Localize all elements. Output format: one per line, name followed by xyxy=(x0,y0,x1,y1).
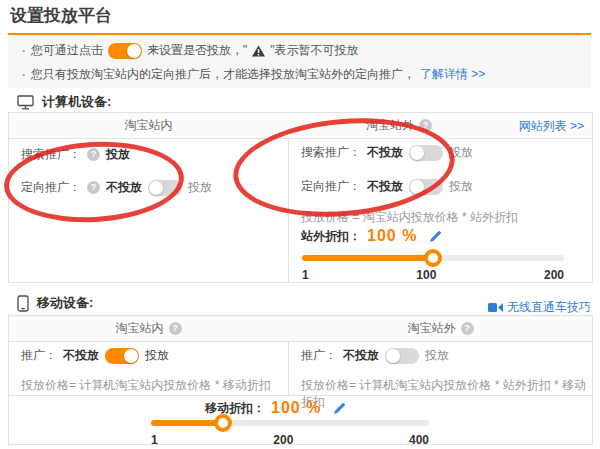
edit-icon[interactable] xyxy=(429,230,442,243)
slider-handle[interactable] xyxy=(424,249,442,267)
computer-table-header: 淘宝站内 淘宝站外 ? 网站列表 >> xyxy=(9,113,592,139)
help-icon[interactable]: ? xyxy=(419,119,432,132)
notice-line1-text-end: "表示暂不可投放 xyxy=(270,42,358,59)
mobile-table: 淘宝站内 ? 淘宝站外 ? 推广： 不投放 投放 投放价格= 计算机淘宝站内投放… xyxy=(8,315,593,445)
toggle-knob xyxy=(127,44,141,58)
onsite-targeted-row: 定向推广： ? 不投放 投放 xyxy=(21,179,212,196)
slider-ticks: 1 200 400 xyxy=(151,433,429,447)
bullet-dot: · xyxy=(22,44,26,58)
placement-toggle-sample[interactable] xyxy=(108,43,142,59)
notice-line-1: · 您可通过点击 来设置是否投放，" "表示暂不可投放 xyxy=(22,42,359,59)
notice-panel: · 您可通过点击 来设置是否投放，" "表示暂不可投放 · 您只有投放淘宝站内的… xyxy=(8,33,591,88)
help-icon[interactable]: ? xyxy=(87,181,100,194)
website-list-link[interactable]: 网站列表 >> xyxy=(519,118,584,135)
mobile-discount-value: 100 % xyxy=(271,399,321,417)
warning-icon xyxy=(252,45,265,57)
mobile-onsite-formula: 投放价格= 计算机淘宝站内投放价格 * 移动折扣 xyxy=(21,377,271,394)
help-icon[interactable]: ? xyxy=(169,322,182,335)
mobile-onsite-toggle[interactable] xyxy=(105,348,139,364)
notice-line1-text-mid: 来设置是否投放，" xyxy=(147,42,247,59)
offsite-price-formula: 投放价格 = 淘宝站内投放价格 * 站外折扣 xyxy=(301,209,518,226)
slider-handle[interactable] xyxy=(214,414,232,432)
offsite-discount-slider: 1 100 200 xyxy=(302,255,564,282)
slider-ticks: 1 100 200 xyxy=(302,268,564,282)
toggle-knob xyxy=(124,349,138,363)
header-taobao-onsite: 淘宝站内 ? xyxy=(9,316,288,341)
mobile-offsite-toggle[interactable] xyxy=(385,348,419,364)
bullet-dot: · xyxy=(22,68,26,82)
mobile-phone-icon xyxy=(17,295,29,312)
mobile-discount-slider: 1 200 400 xyxy=(151,420,429,447)
header-taobao-offsite: 淘宝站外 ? xyxy=(289,113,509,138)
toggle-knob xyxy=(410,180,424,194)
learn-more-link[interactable]: 了解详情 >> xyxy=(420,66,485,83)
offsite-discount-row: 站外折扣： 100 % xyxy=(301,227,442,245)
offsite-targeted-toggle[interactable] xyxy=(409,179,443,195)
computer-icon xyxy=(17,95,34,110)
offsite-search-toggle[interactable] xyxy=(409,145,443,161)
computer-section-title: 计算机设备: xyxy=(42,93,111,111)
video-icon xyxy=(488,302,503,313)
slider-track[interactable] xyxy=(151,420,429,426)
onsite-search-row: 搜索推广： ? 投放 xyxy=(21,146,130,163)
slider-fill xyxy=(302,255,433,261)
computer-section-header: 计算机设备: xyxy=(17,93,111,111)
help-icon[interactable]: ? xyxy=(87,148,100,161)
notice-line2-text: 您只有投放淘宝站内的定向推广后，才能选择投放淘宝站外的定向推广， xyxy=(31,66,415,83)
toggle-knob xyxy=(149,181,163,195)
header-taobao-offsite: 淘宝站外 ? xyxy=(289,316,592,341)
mobile-table-header: 淘宝站内 ? 淘宝站外 ? xyxy=(9,316,592,342)
header-taobao-onsite: 淘宝站内 xyxy=(9,113,288,138)
mobile-offsite-promo-row: 推广： 不投放 投放 xyxy=(301,347,449,364)
toggle-knob xyxy=(386,349,400,363)
offsite-targeted-row: 定向推广： 不投放 投放 xyxy=(301,178,473,195)
slider-track[interactable] xyxy=(302,255,564,261)
help-icon[interactable]: ? xyxy=(461,322,474,335)
edit-icon[interactable] xyxy=(333,402,346,415)
computer-table: 淘宝站内 淘宝站外 ? 网站列表 >> 搜索推广： ? 投放 定向推广： ? 不… xyxy=(8,112,593,283)
offsite-search-row: 搜索推广： 不投放 投放 xyxy=(301,144,473,161)
mobile-onsite-promo-row: 推广： 不投放 投放 xyxy=(21,347,169,364)
notice-line-2: · 您只有投放淘宝站内的定向推广后，才能选择投放淘宝站外的定向推广， 了解详情 … xyxy=(22,66,485,83)
page-title: 设置投放平台 xyxy=(10,4,112,27)
placement-settings-page: 设置投放平台 · 您可通过点击 来设置是否投放，" "表示暂不可投放 · 您只有… xyxy=(0,0,600,449)
mobile-section-title: 移动设备: xyxy=(37,294,93,312)
onsite-targeted-toggle[interactable] xyxy=(148,180,182,196)
mobile-section-header: 移动设备: xyxy=(17,294,93,312)
row-divider xyxy=(9,395,592,396)
notice-line1-text-before: 您可通过点击 xyxy=(31,42,103,59)
toggle-knob xyxy=(410,146,424,160)
wireless-tips-link[interactable]: 无线直通车技巧 xyxy=(488,299,591,316)
offsite-discount-value: 100 % xyxy=(367,227,417,245)
slider-fill xyxy=(151,420,223,426)
